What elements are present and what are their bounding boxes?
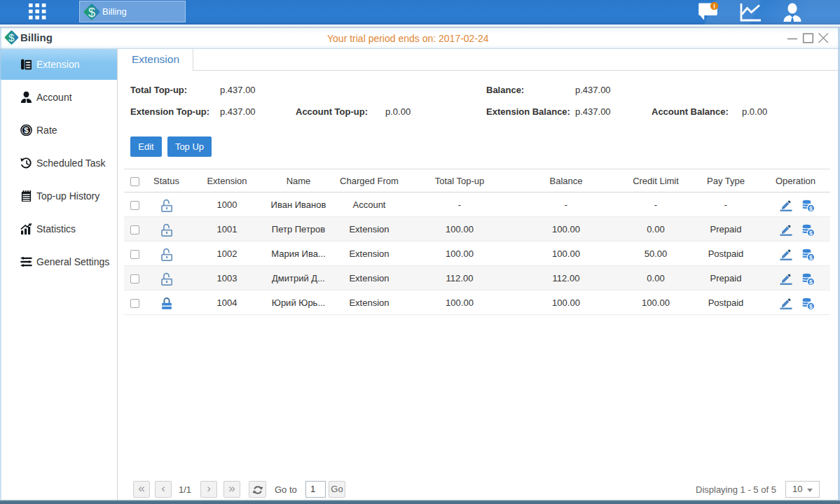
svg-text:$: $ <box>809 303 813 310</box>
svg-text:$: $ <box>809 254 813 261</box>
svg-text:$: $ <box>24 126 29 134</box>
svg-text:$: $ <box>809 279 813 286</box>
svg-text:$: $ <box>8 32 15 43</box>
svg-text:$: $ <box>88 5 95 19</box>
svg-text:!: ! <box>713 2 715 10</box>
svg-text:$: $ <box>809 205 813 212</box>
svg-text:$: $ <box>809 230 813 237</box>
